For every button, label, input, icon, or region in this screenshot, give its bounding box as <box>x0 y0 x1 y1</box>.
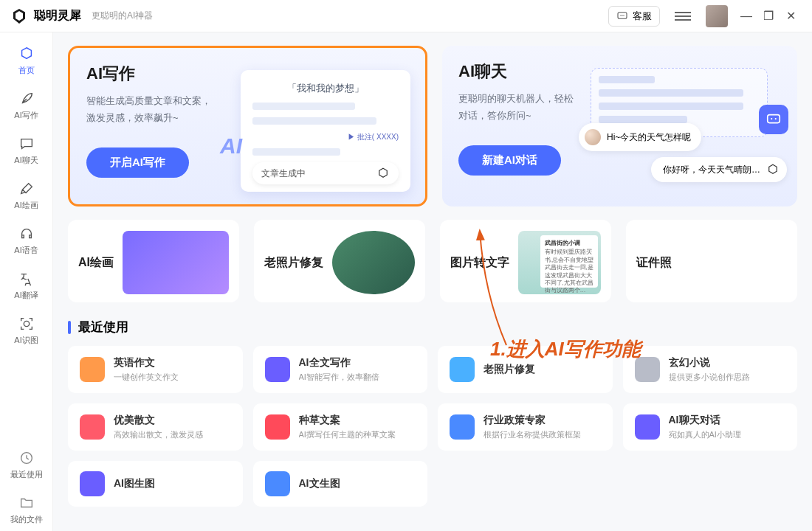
recent-item-title: AI全文写作 <box>299 356 379 369</box>
translate-icon <box>18 271 35 287</box>
id-thumb <box>681 229 787 296</box>
recent-item-title: 种草文案 <box>299 414 396 427</box>
chat-fab-icon <box>759 105 788 134</box>
sidebar-item-label: 我的文件 <box>10 514 43 525</box>
brush-icon <box>18 181 35 197</box>
recent-item-title: AI聊天对话 <box>669 414 741 427</box>
maximize-button[interactable]: ❐ <box>757 9 780 23</box>
recent-item-sub: AI智能写作，效率翻倍 <box>299 372 379 383</box>
recent-item[interactable]: 玄幻小说 提供更多小说创作思路 <box>623 346 798 393</box>
recent-item-icon <box>80 471 105 496</box>
photo-thumb <box>332 231 415 294</box>
recent-item-sub: 高效输出散文，激发灵感 <box>114 429 203 440</box>
recent-item-title: 行业政策专家 <box>484 414 581 427</box>
chat-preview-panel: Hi~今天的天气怎样呢 你好呀，今天天气晴朗… <box>591 68 782 190</box>
sidebar-item-paint[interactable]: AI绘画 <box>6 175 47 217</box>
recent-item-title: 英语作文 <box>114 356 179 369</box>
sidebar-item-chat[interactable]: AI聊天 <box>6 130 47 172</box>
recent-item[interactable]: AI全文写作 AI智能写作，效率翻倍 <box>253 346 428 393</box>
scan-icon <box>18 316 35 332</box>
recent-item-icon <box>265 414 290 440</box>
sidebar-item-recent[interactable]: 最近使用 <box>6 444 47 486</box>
sidebar-item-write[interactable]: AI写作 <box>6 85 47 127</box>
svg-point-3 <box>623 15 624 15</box>
menu-button[interactable] <box>675 8 691 24</box>
annotation-text: 1.进入AI写作功能 <box>490 336 641 362</box>
recent-item-title: AI图生图 <box>114 477 155 490</box>
feature-old-photo[interactable]: 老照片修复 <box>254 220 425 302</box>
recent-grid: 英语作文 一键创作英文作文 AI全文写作 AI智能写作，效率翻倍 老照片修复 玄… <box>68 346 797 507</box>
sidebar-item-label: AI写作 <box>14 110 38 121</box>
recent-item-icon <box>80 357 105 382</box>
clock-icon <box>18 450 35 466</box>
svg-point-1 <box>620 15 621 15</box>
sidebar-item-label: AI绘画 <box>14 200 38 211</box>
close-button[interactable]: ✕ <box>780 9 802 23</box>
recent-item-icon <box>265 471 290 496</box>
recent-item[interactable]: AI文生图 <box>253 461 428 507</box>
chat-icon <box>18 136 35 152</box>
chat-bubble-out: 你好呀，今天天气晴朗… <box>651 157 787 182</box>
new-ai-chat-button[interactable]: 新建AI对话 <box>458 145 561 176</box>
headphone-icon <box>18 226 35 242</box>
paint-thumb <box>123 231 229 294</box>
recent-item-icon <box>635 414 660 440</box>
sidebar-item-home[interactable]: 首页 <box>6 40 47 82</box>
feature-title: 证件照 <box>636 255 672 271</box>
feature-id-photo[interactable]: 证件照 <box>626 220 797 302</box>
recent-item[interactable]: 优美散文 高效输出散文，激发灵感 <box>68 403 243 451</box>
recent-item-title: AI文生图 <box>299 477 340 490</box>
recent-item[interactable]: 种草文案 AI撰写任何主题的种草文案 <box>253 403 428 451</box>
main-content: AI写作 智能生成高质量文章和文案，激发灵感，效率飙升~ 开启AI写作 「我和我… <box>53 32 812 531</box>
start-ai-write-button[interactable]: 开启AI写作 <box>86 148 189 178</box>
feather-icon <box>18 91 35 107</box>
titlebar: 聪明灵犀 更聪明的AI神器 客服 — ❐ ✕ <box>0 0 812 32</box>
hero-card-chat[interactable]: AI聊天 更聪明的聊天机器人，轻松对话，答你所问~ 新建AI对话 Hi~今天的天… <box>442 46 797 206</box>
write-preview-panel: 「我和我的梦想」 ▶ 批注( XXXX) AI 文章生成中 <box>241 70 410 192</box>
recent-item[interactable]: AI聊天对话 宛如真人的AI小助理 <box>623 403 798 451</box>
svg-point-7 <box>775 118 777 119</box>
ai-badge-icon: AI <box>220 133 242 159</box>
hexagon-icon <box>376 167 390 180</box>
chat-bubble-icon <box>616 10 628 22</box>
sidebar-item-ocr[interactable]: AI识图 <box>6 310 47 352</box>
recent-item-sub: AI撰写任何主题的种草文案 <box>299 429 396 440</box>
customer-service-button[interactable]: 客服 <box>608 6 660 27</box>
sidebar-item-files[interactable]: 我的文件 <box>6 489 47 531</box>
recent-item-sub: 一键创作英文作文 <box>114 372 179 383</box>
minimize-button[interactable]: — <box>735 10 757 23</box>
sidebar-item-voice[interactable]: AI语音 <box>6 220 47 262</box>
feature-ai-paint[interactable]: AI绘画 <box>68 220 239 302</box>
avatar[interactable] <box>706 5 728 27</box>
recent-item-icon <box>450 414 475 440</box>
svg-point-6 <box>771 118 772 119</box>
recent-item[interactable]: 行业政策专家 根据行业名称提供政策框架 <box>438 403 613 451</box>
hexagon-icon <box>18 46 35 62</box>
sidebar-item-translate[interactable]: AI翻译 <box>6 265 47 307</box>
app-title: 聪明灵犀 <box>34 8 81 24</box>
app-tagline: 更聪明的AI神器 <box>92 10 153 22</box>
recent-item-title: 玄幻小说 <box>669 356 750 369</box>
preview-note: ▶ 批注( XXXX) <box>252 132 399 142</box>
sidebar-item-label: 首页 <box>18 65 35 76</box>
hero-card-write[interactable]: AI写作 智能生成高质量文章和文案，激发灵感，效率飙升~ 开启AI写作 「我和我… <box>68 46 427 206</box>
feature-title: 老照片修复 <box>264 255 323 271</box>
feature-ocr[interactable]: 图片转文字 武昌街的小调有时候到重庆路买书,总会不自觉地望武昌街去走一回,是这发… <box>440 220 611 302</box>
recent-item[interactable]: 英语作文 一键创作英文作文 <box>68 346 243 393</box>
recent-item-icon <box>265 357 290 382</box>
sidebar-item-label: AI聊天 <box>14 155 38 166</box>
recent-item-sub: 根据行业名称提供政策框架 <box>484 429 581 440</box>
chat-bubble-in: Hi~今天的天气怎样呢 <box>579 123 701 151</box>
recent-item-icon <box>450 357 475 382</box>
sidebar-item-label: AI识图 <box>14 335 38 346</box>
sidebar-item-label: AI语音 <box>14 245 38 256</box>
sidebar: 首页 AI写作 AI聊天 AI绘画 AI语音 AI翻译 AI识图 最 <box>0 32 53 531</box>
app-logo: 聪明灵犀 <box>10 7 81 25</box>
recent-item-title: 优美散文 <box>114 414 203 427</box>
recent-item[interactable]: AI图生图 <box>68 461 243 507</box>
folder-icon <box>18 495 35 511</box>
sidebar-item-label: 最近使用 <box>10 469 43 480</box>
hexagon-logo-icon <box>10 7 28 25</box>
recent-item-sub: 宛如真人的AI小助理 <box>669 429 741 440</box>
preview-title: 「我和我的梦想」 <box>252 82 399 95</box>
